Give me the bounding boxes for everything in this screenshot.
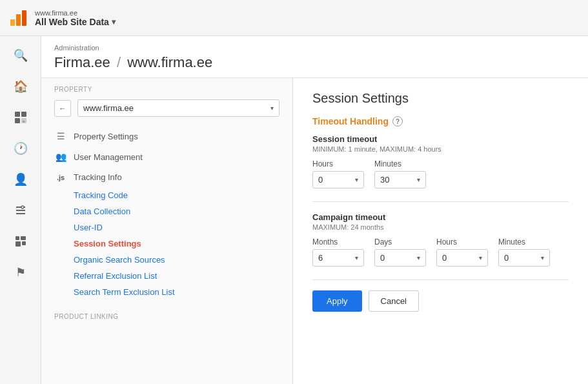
svg-rect-1 bbox=[16, 14, 21, 26]
settings-title: Session Settings bbox=[312, 91, 569, 106]
page-header: Administration Firma.ee / www.firma.ee bbox=[41, 36, 588, 78]
settings-panel: Session Settings Timeout Handling ? Sess… bbox=[293, 78, 588, 384]
nav-sub-search-term-exclusion[interactable]: Search Term Exclusion List bbox=[74, 284, 292, 300]
nav-sub-referral-exclusion[interactable]: Referral Exclusion List bbox=[74, 268, 292, 284]
nav-sub-session-settings[interactable]: Session Settings bbox=[74, 236, 292, 252]
product-linking-label: PRODUCT LINKING bbox=[41, 305, 292, 323]
top-bar-url: www.firma.ee bbox=[35, 9, 116, 17]
main-area: Administration Firma.ee / www.firma.ee P… bbox=[41, 36, 588, 384]
hours2-arrow-icon: ▾ bbox=[479, 254, 482, 261]
months-select[interactable]: 6 ▾ bbox=[312, 249, 364, 267]
nav-sub-data-collection[interactable]: Data Collection bbox=[74, 203, 292, 219]
hours2-select[interactable]: 0 ▾ bbox=[436, 249, 488, 267]
top-bar-property[interactable]: All Web Site Data ▾ bbox=[35, 17, 116, 27]
timeout-handling-title: Timeout Handling ? bbox=[312, 116, 569, 126]
property-settings-icon: ☰ bbox=[54, 131, 67, 141]
days-arrow-icon: ▾ bbox=[417, 254, 420, 261]
back-button[interactable]: ← bbox=[54, 100, 71, 117]
svg-rect-15 bbox=[22, 241, 26, 245]
minutes-select[interactable]: 30 ▾ bbox=[374, 171, 426, 188]
svg-rect-14 bbox=[15, 241, 21, 247]
sidebar-item-search[interactable]: 🔍 bbox=[8, 43, 34, 68]
property-chevron-icon: ▾ bbox=[112, 17, 116, 26]
session-timeout-fields: Hours 0 ▾ Minutes 30 ▾ bbox=[312, 159, 569, 188]
tracking-info-icon: .js bbox=[54, 174, 67, 181]
back-btn-row: ← www.firma.ee ▾ bbox=[41, 96, 292, 121]
nav-sub: Tracking Code Data Collection User-ID Se… bbox=[41, 187, 292, 300]
svg-rect-5 bbox=[15, 118, 20, 123]
campaign-timeout-desc: MAXIMUM: 24 months bbox=[312, 223, 569, 231]
page-title: Firma.ee / www.firma.ee bbox=[54, 54, 575, 71]
nav-item-user-management[interactable]: 👥 User Management bbox=[41, 147, 292, 167]
property-label: PROPERTY bbox=[41, 78, 292, 96]
sidebar-item-admin[interactable] bbox=[8, 228, 34, 254]
svg-text:+: + bbox=[22, 119, 25, 123]
hours2-label: Hours bbox=[436, 237, 488, 247]
nav-sub-user-id[interactable]: User-ID bbox=[74, 219, 292, 236]
bottom-divider bbox=[312, 279, 569, 280]
minutes2-label: Minutes bbox=[498, 237, 550, 247]
sidebar-item-flag[interactable]: ⚑ bbox=[8, 259, 34, 285]
divider bbox=[312, 201, 569, 202]
days-select[interactable]: 0 ▾ bbox=[374, 249, 426, 267]
svg-point-11 bbox=[21, 206, 24, 208]
days-field-group: Days 0 ▾ bbox=[374, 237, 426, 267]
nav-item-property-settings[interactable]: ☰ Property Settings bbox=[41, 126, 292, 147]
property-dropdown[interactable]: www.firma.ee ▾ bbox=[77, 99, 279, 117]
svg-rect-2 bbox=[22, 10, 26, 26]
breadcrumb: Administration bbox=[54, 44, 575, 52]
ga-logo bbox=[8, 8, 35, 28]
minutes-arrow-icon: ▾ bbox=[417, 176, 420, 183]
nav-sub-tracking-code[interactable]: Tracking Code bbox=[74, 187, 292, 203]
nav-sub-organic-search[interactable]: Organic Search Sources bbox=[74, 252, 292, 268]
sidebar-item-customize[interactable] bbox=[8, 197, 34, 223]
svg-rect-4 bbox=[21, 112, 26, 117]
dropdown-arrow-icon: ▾ bbox=[270, 105, 274, 112]
buttons-row: Apply Cancel bbox=[312, 290, 569, 312]
user-management-icon: 👥 bbox=[54, 152, 67, 162]
top-bar: www.firma.ee All Web Site Data ▾ bbox=[0, 0, 588, 36]
svg-rect-0 bbox=[10, 19, 15, 26]
minutes-field-group: Minutes 30 ▾ bbox=[374, 159, 426, 188]
svg-rect-3 bbox=[15, 112, 20, 117]
months-label: Months bbox=[312, 237, 364, 247]
hours-select[interactable]: 0 ▾ bbox=[312, 171, 364, 188]
nav-item-tracking-info[interactable]: .js Tracking Info bbox=[41, 167, 292, 187]
days-label: Days bbox=[374, 237, 426, 247]
minutes-label: Minutes bbox=[374, 159, 426, 168]
hours-field-group: Hours 0 ▾ bbox=[312, 159, 364, 188]
icon-sidebar: 🔍 🏠 + 🕐 👤 ⚑ bbox=[0, 36, 41, 384]
hours-label: Hours bbox=[312, 159, 364, 168]
svg-rect-13 bbox=[21, 236, 26, 240]
session-timeout-title: Session timeout bbox=[312, 134, 569, 144]
minutes2-field-group: Minutes 0 ▾ bbox=[498, 237, 550, 267]
nav-section: ☰ Property Settings 👥 User Management .j… bbox=[41, 121, 292, 305]
months-field-group: Months 6 ▾ bbox=[312, 237, 364, 267]
hours2-field-group: Hours 0 ▾ bbox=[436, 237, 488, 267]
apply-button[interactable]: Apply bbox=[312, 290, 362, 312]
svg-rect-12 bbox=[15, 236, 19, 240]
minutes2-select[interactable]: 0 ▾ bbox=[498, 249, 550, 267]
top-bar-info: www.firma.ee All Web Site Data ▾ bbox=[35, 9, 116, 27]
minutes2-arrow-icon: ▾ bbox=[541, 254, 544, 261]
sidebar-item-dashboard[interactable]: + bbox=[8, 105, 34, 130]
hours-arrow-icon: ▾ bbox=[355, 176, 358, 183]
cancel-button[interactable]: Cancel bbox=[369, 290, 419, 312]
sidebar-item-home[interactable]: 🏠 bbox=[8, 74, 34, 99]
campaign-timeout-title: Campaign timeout bbox=[312, 212, 569, 222]
sidebar-item-reports[interactable]: 🕐 bbox=[8, 136, 34, 161]
timeout-help-icon[interactable]: ? bbox=[392, 116, 403, 126]
session-timeout-desc: MINIMUM: 1 minute, MAXIMUM: 4 hours bbox=[312, 145, 569, 153]
sidebar-item-user[interactable]: 👤 bbox=[8, 167, 34, 192]
months-arrow-icon: ▾ bbox=[355, 254, 358, 261]
property-sidebar: PROPERTY ← www.firma.ee ▾ ☰ Property Set… bbox=[41, 78, 293, 384]
campaign-timeout-fields: Months 6 ▾ Days 0 ▾ Hour bbox=[312, 237, 569, 267]
